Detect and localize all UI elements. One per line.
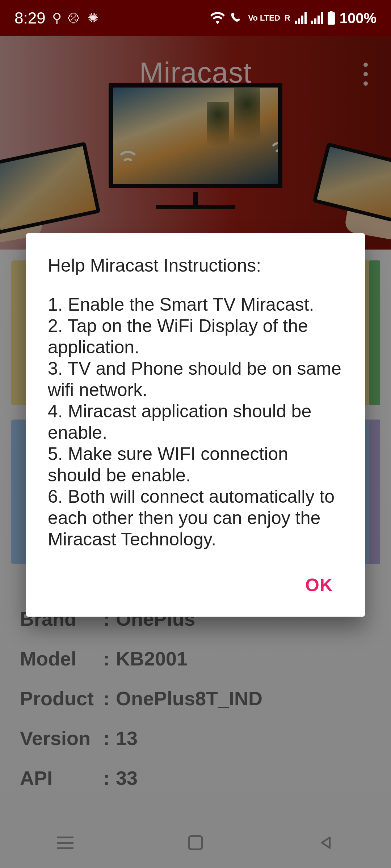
location-icon: ✺ [88, 10, 98, 26]
svg-rect-0 [328, 12, 334, 24]
dialog-title: Help Miracast Instructions: [48, 255, 343, 276]
signal-1-icon [295, 12, 307, 24]
wifi-calling-icon [229, 12, 244, 24]
signal-2-icon [311, 12, 323, 24]
dialog-step: 2. Tap on the WiFi Display of the applic… [48, 315, 343, 358]
dialog-step: 5. Make sure WIFI connection should be e… [48, 443, 343, 486]
help-dialog: Help Miracast Instructions: 1. Enable th… [26, 233, 365, 617]
wifi-icon [210, 12, 225, 24]
dialog-actions: OK [48, 568, 343, 602]
dialog-step: 3. TV and Phone should be on same wifi n… [48, 358, 343, 401]
dialog-step: 1. Enable the Smart TV Miracast. [48, 294, 343, 315]
nav-home-button[interactable] [183, 830, 208, 855]
status-time: 8:29 [14, 9, 46, 27]
battery-icon [327, 11, 335, 25]
navigation-bar [0, 817, 391, 868]
status-left: 8:29 ⚲ ⛒ ✺ [14, 9, 98, 27]
status-right: Vo LTED R 100% [210, 10, 377, 26]
nav-recent-button[interactable] [52, 830, 78, 855]
torch-icon: ⚲ [52, 10, 62, 26]
status-bar: 8:29 ⚲ ⛒ ✺ Vo LTED R 100% [0, 0, 391, 36]
ok-button[interactable]: OK [295, 568, 343, 602]
dialog-body: 1. Enable the Smart TV Miracast. 2. Tap … [48, 294, 343, 550]
svg-rect-1 [330, 11, 332, 13]
dnd-icon: ⛒ [68, 10, 81, 26]
dialog-step: 6. Both will connect automatically to ea… [48, 486, 343, 550]
dialog-step: 4. Miracast application should be enable… [48, 401, 343, 443]
battery-text: 100% [340, 10, 377, 26]
volte-icon: Vo LTED [248, 14, 280, 22]
nav-back-button[interactable] [313, 830, 339, 855]
roaming-icon: R [285, 14, 290, 22]
screen-root: 8:29 ⚲ ⛒ ✺ Vo LTED R 100% Miracast [0, 0, 391, 868]
